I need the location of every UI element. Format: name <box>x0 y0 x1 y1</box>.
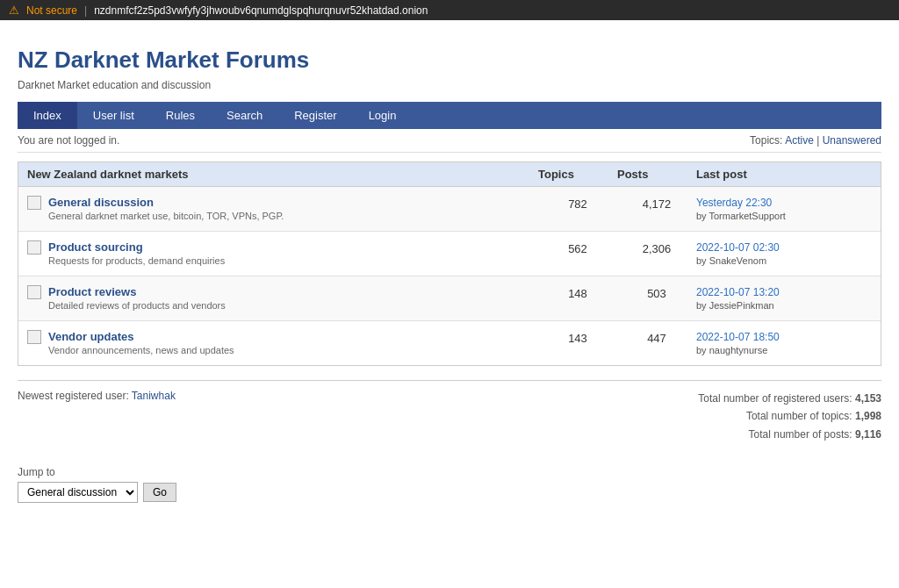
nav-bar: Index User list Rules Search Register Lo… <box>18 102 881 129</box>
forum-name-content: General discussion General darknet marke… <box>48 196 284 221</box>
header-last-post: Last post <box>696 168 872 181</box>
forum-topics-general: 782 <box>538 196 617 211</box>
newest-user-label: Newest registered user: <box>18 390 129 402</box>
nav-login[interactable]: Login <box>353 102 413 129</box>
forum-desc-sourcing: Requests for products, demand enquiries <box>48 255 225 266</box>
stat-posts-value: 9,116 <box>855 428 881 441</box>
forum-desc-reviews: Detailed reviews of products and vendors <box>48 300 226 311</box>
forum-link-general-discussion[interactable]: General discussion <box>48 196 284 209</box>
forum-lastpost-general: Yesterday 22:30 by TormarketSupport <box>696 196 872 222</box>
last-post-date-sourcing[interactable]: 2022-10-07 02:30 <box>696 241 780 254</box>
unanswered-link[interactable]: Unanswered <box>823 134 881 147</box>
stat-users-value: 4,153 <box>855 392 881 405</box>
forum-topics-reviews: 148 <box>538 285 617 300</box>
forum-lastpost-reviews: 2022-10-07 13:20 by JessiePinkman <box>696 285 872 312</box>
nav-user-list[interactable]: User list <box>77 102 150 129</box>
last-post-by-vendor: by naughtynurse <box>696 345 767 355</box>
stat-topics: Total number of topics: 1,998 <box>698 407 881 425</box>
stat-topics-label: Total number of topics: <box>746 410 852 422</box>
forum-name-cell: Product reviews Detailed reviews of prod… <box>27 285 538 311</box>
jump-select[interactable]: General discussion Product sourcing Prod… <box>18 482 138 503</box>
jump-controls: General discussion Product sourcing Prod… <box>18 482 881 503</box>
not-secure-label: Not secure <box>26 4 77 17</box>
header-posts: Posts <box>617 168 696 181</box>
nav-index[interactable]: Index <box>18 102 77 129</box>
warning-icon: ⚠ <box>9 4 19 17</box>
table-row: General discussion General darknet marke… <box>18 187 881 232</box>
forum-posts-reviews: 503 <box>617 285 696 300</box>
last-post-by-sourcing: by SnakeVenom <box>696 255 766 266</box>
nav-rules[interactable]: Rules <box>150 102 211 129</box>
forum-name-content: Product sourcing Requests for products, … <box>48 240 225 266</box>
site-subtitle: Darknet Market education and discussion <box>18 79 881 91</box>
footer-stats: Total number of registered users: 4,153 … <box>698 390 881 443</box>
table-row: Product reviews Detailed reviews of prod… <box>18 276 881 321</box>
forum-icon <box>27 240 41 255</box>
forum-posts-vendor: 447 <box>617 330 696 345</box>
last-post-by-reviews: by JessiePinkman <box>696 300 774 311</box>
forum-desc-vendor: Vendor announcements, news and updates <box>48 345 234 355</box>
forum-link-product-sourcing[interactable]: Product sourcing <box>48 240 225 254</box>
nav-search[interactable]: Search <box>211 102 278 129</box>
stat-users: Total number of registered users: 4,153 <box>698 390 881 407</box>
forum-topics-sourcing: 562 <box>538 240 617 255</box>
login-status: You are not logged in. <box>18 134 119 147</box>
last-post-date-general[interactable]: Yesterday 22:30 <box>696 197 772 209</box>
jump-go-button[interactable]: Go <box>143 483 176 502</box>
forum-section-header: New Zealand darknet markets Topics Posts… <box>18 162 881 187</box>
newest-user-section: Newest registered user: Taniwhak <box>18 390 176 402</box>
forum-posts-sourcing: 2,306 <box>617 240 696 255</box>
forum-posts-general: 4,172 <box>617 196 696 211</box>
forum-lastpost-vendor: 2022-10-07 18:50 by naughtynurse <box>696 330 872 356</box>
forum-topics-vendor: 143 <box>538 330 617 345</box>
table-row: Product sourcing Requests for products, … <box>18 232 881 276</box>
forum-name-cell: Product sourcing Requests for products, … <box>27 240 538 266</box>
browser-bar: ⚠ Not secure | nzdnmfcf2z5pd3vwfyfy3jhwo… <box>0 0 899 20</box>
topics-separator: | <box>816 134 819 147</box>
separator: | <box>84 4 87 17</box>
forum-icon <box>27 330 41 344</box>
jump-label: Jump to <box>18 466 881 478</box>
forum-name-cell: General discussion General darknet marke… <box>27 196 538 221</box>
url-bar: nzdnmfcf2z5pd3vwfyfy3jhwoubv6qnumdglspqh… <box>94 4 428 17</box>
stat-posts: Total number of posts: 9,116 <box>698 426 881 443</box>
status-bar: You are not logged in. Topics: Active | … <box>18 129 881 153</box>
stat-posts-label: Total number of posts: <box>749 428 852 441</box>
forum-desc-general: General darknet market use, bitcoin, TOR… <box>48 211 284 221</box>
table-row: Vendor updates Vendor announcements, new… <box>18 321 881 365</box>
stat-users-label: Total number of registered users: <box>698 392 852 405</box>
forum-name-cell: Vendor updates Vendor announcements, new… <box>27 330 538 355</box>
last-post-by-general: by TormarketSupport <box>696 211 786 221</box>
topics-label: Topics: <box>750 134 782 147</box>
stat-topics-value: 1,998 <box>855 410 881 422</box>
page-container: NZ Darknet Market Forums Darknet Market … <box>0 20 899 520</box>
newest-user-link[interactable]: Taniwhak <box>132 390 176 402</box>
site-title: NZ Darknet Market Forums <box>18 47 881 74</box>
header-category: New Zealand darknet markets <box>27 168 538 181</box>
last-post-date-reviews[interactable]: 2022-10-07 13:20 <box>696 286 780 298</box>
nav-register[interactable]: Register <box>278 102 352 129</box>
forum-icon <box>27 196 41 210</box>
last-post-date-vendor[interactable]: 2022-10-07 18:50 <box>696 331 780 343</box>
forum-link-product-reviews[interactable]: Product reviews <box>48 285 226 298</box>
forum-name-content: Vendor updates Vendor announcements, new… <box>48 330 234 355</box>
forum-section: New Zealand darknet markets Topics Posts… <box>18 161 881 366</box>
header-topics: Topics <box>538 168 617 181</box>
forum-icon <box>27 285 41 299</box>
active-link[interactable]: Active <box>785 134 814 147</box>
forum-link-vendor-updates[interactable]: Vendor updates <box>48 330 234 343</box>
jump-section: Jump to General discussion Product sourc… <box>18 466 881 503</box>
footer-bar: Newest registered user: Taniwhak Total n… <box>18 380 881 452</box>
topics-nav: Topics: Active | Unanswered <box>750 134 881 147</box>
forum-lastpost-sourcing: 2022-10-07 02:30 by SnakeVenom <box>696 240 872 267</box>
forum-name-content: Product reviews Detailed reviews of prod… <box>48 285 226 311</box>
